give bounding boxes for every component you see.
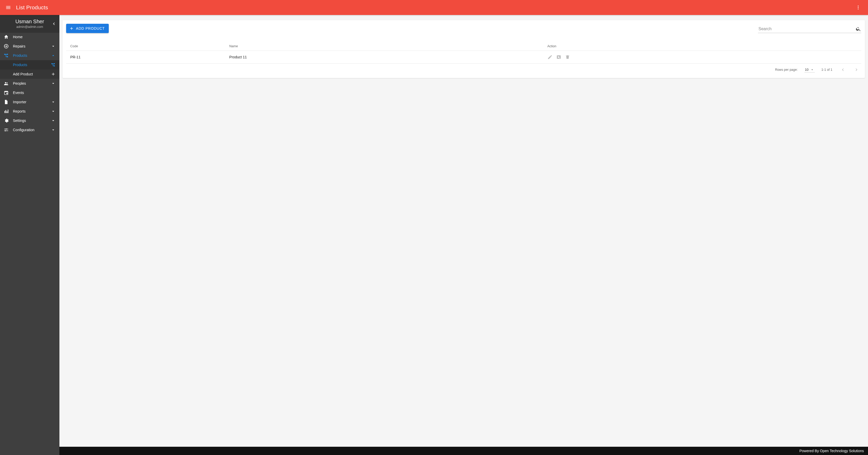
chevron-down-icon [51,118,56,123]
overflow-menu-button[interactable] [853,2,863,13]
chevron-down-icon [51,128,56,132]
tree-icon [4,53,9,58]
pencil-icon [548,55,553,60]
sidebar-collapse-button[interactable] [50,20,57,27]
prev-page-button[interactable] [839,66,846,73]
plus-icon [69,26,74,31]
sidebar-item-label: Add Product [13,72,51,76]
products-card: ADD PRODUCT Code Name Action PR-11 [63,20,865,78]
cell-name: Product 11 [225,51,543,64]
main-content: ADD PRODUCT Code Name Action PR-11 [59,15,868,447]
sidebar-item-label: Home [13,35,56,39]
sidebar-item-label: Peoples [13,82,51,86]
sidebar-item-label: Products [13,54,51,58]
footer: Powered By Open Technology Solutions [59,447,868,455]
chevron-down-icon [51,44,56,48]
add-button-label: ADD PRODUCT [76,26,104,30]
sidebar-item-importer[interactable]: Importer [0,97,59,107]
menu-toggle-button[interactable] [3,2,13,13]
add-product-button[interactable]: ADD PRODUCT [66,24,109,33]
chevron-down-icon [51,100,56,104]
nav-list: Home Repairs Products Products Add Produ… [0,32,59,134]
tune-icon [4,127,9,132]
edit-button[interactable] [548,55,553,60]
pagination: Rows per page: 10 1-1 of 1 [66,64,861,76]
chevron-up-icon [51,53,56,58]
rows-per-page-value: 10 [805,68,809,71]
sidebar-item-configuration[interactable]: Configuration [0,125,59,134]
sidebar: Usman Sher admin@admin.com Home Repairs … [0,15,59,455]
support-icon [4,44,9,49]
sidebar-item-label: Importer [13,100,51,104]
sidebar-item-products[interactable]: Products [0,51,59,60]
table-row: PR-11 Product 11 [66,51,861,64]
dropdown-icon [810,68,814,72]
sidebar-item-label: Reports [13,109,51,113]
pageview-icon [556,55,561,60]
sidebar-item-home[interactable]: Home [0,32,59,41]
sidebar-item-settings[interactable]: Settings [0,116,59,125]
footer-text: Powered By Open Technology Solutions [799,449,864,453]
next-page-button[interactable] [853,66,860,73]
col-code: Code [66,42,225,51]
search-icon [856,26,861,32]
pagination-range: 1-1 of 1 [822,68,832,71]
app-bar: List Products [0,0,868,15]
search-field[interactable] [758,26,861,33]
sidebar-subitem-add-product[interactable]: Add Product [0,69,59,79]
more-vert-icon [856,5,861,10]
sidebar-item-label: Products [13,63,51,67]
user-name: Usman Sher [10,19,50,25]
sidebar-item-repairs[interactable]: Repairs [0,41,59,51]
col-action: Action [543,42,861,51]
chevron-right-icon [854,67,859,72]
plus-icon [51,72,56,76]
sidebar-item-events[interactable]: Events [0,88,59,97]
sidebar-item-peoples[interactable]: Peoples [0,79,59,88]
col-name: Name [225,42,543,51]
table-header-row: Code Name Action [66,42,861,51]
tree-icon [51,63,56,67]
cell-code: PR-11 [66,51,225,64]
sidebar-item-reports[interactable]: Reports [0,107,59,116]
chevron-down-icon [51,109,56,113]
products-table: Code Name Action PR-11 Product 11 [66,42,861,64]
sidebar-item-label: Events [13,91,56,95]
profile-block: Usman Sher admin@admin.com [0,15,59,32]
chevron-down-icon [51,81,56,86]
user-email: admin@admin.com [10,25,50,29]
card-header: ADD PRODUCT [66,24,861,33]
file-icon [4,99,9,105]
cell-actions [543,51,861,64]
trash-icon [565,55,570,60]
page-title: List Products [16,4,48,10]
rows-per-page-select[interactable]: 10 [804,67,815,72]
chevron-left-icon [840,67,845,72]
home-icon [4,34,9,39]
sidebar-item-label: Repairs [13,44,51,48]
group-icon [4,81,9,86]
chevron-left-icon [51,21,56,26]
search-input[interactable] [758,26,856,32]
sidebar-item-label: Settings [13,119,51,123]
sidebar-item-label: Configuration [13,128,51,132]
menu-icon [5,5,11,10]
event-icon [4,90,9,95]
rows-per-page-label: Rows per page: [775,68,798,71]
chart-icon [4,109,9,114]
gear-icon [4,118,9,123]
view-button[interactable] [556,55,561,60]
sidebar-subitem-products[interactable]: Products [0,60,59,69]
delete-button[interactable] [565,55,570,60]
